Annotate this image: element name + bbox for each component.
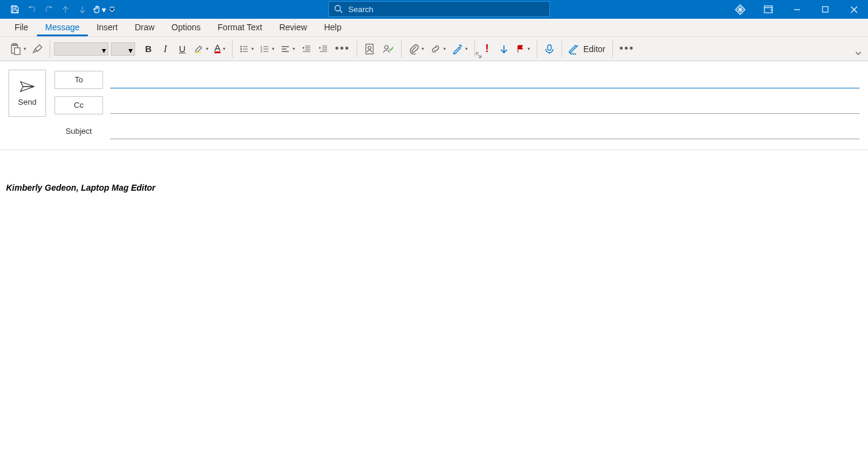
link-icon (430, 44, 441, 54)
flag-icon (515, 44, 525, 54)
more-commands-button[interactable]: ••• (617, 38, 638, 60)
message-body[interactable]: Kimberly Gedeon, Laptop Mag Editor (0, 150, 868, 205)
ribbon-display-icon (764, 5, 773, 14)
coming-soon-button[interactable] (726, 0, 754, 19)
underline-button[interactable]: U (174, 38, 191, 60)
minimize-button[interactable] (783, 0, 811, 19)
bullets-icon (239, 44, 249, 54)
tab-review[interactable]: Review (271, 18, 316, 36)
font-name-selector[interactable]: ▾ (54, 42, 108, 56)
indent-icon (319, 44, 328, 54)
previous-item-button[interactable] (57, 0, 74, 19)
align-button[interactable]: ▾ (277, 38, 298, 60)
dictate-button[interactable] (541, 38, 558, 60)
save-button[interactable] (6, 0, 23, 19)
tab-draw[interactable]: Draw (126, 18, 163, 36)
ribbon-display-button[interactable] (754, 0, 783, 19)
subject-label: Subject (55, 127, 103, 136)
svg-text:3: 3 (260, 50, 262, 53)
ellipsis-icon: ••• (620, 42, 635, 55)
highlighter-icon (194, 44, 204, 54)
chevron-down-icon: ▾ (102, 5, 106, 15)
chevron-bar-down-icon (109, 7, 115, 13)
to-field[interactable] (110, 71, 860, 88)
chevron-down-icon: ▾ (443, 46, 446, 51)
more-formatting-button[interactable]: ••• (332, 38, 353, 60)
svg-rect-8 (195, 52, 201, 53)
italic-button[interactable]: I (157, 38, 174, 60)
increase-indent-button[interactable] (315, 38, 332, 60)
bold-icon: B (145, 44, 152, 54)
signature-button[interactable]: ▾ (449, 38, 471, 60)
pen-icon (452, 44, 463, 54)
subject-field[interactable] (110, 122, 860, 139)
undo-button[interactable] (23, 0, 40, 19)
svg-point-16 (368, 46, 371, 49)
save-icon (10, 5, 19, 14)
chevron-down-icon: ▾ (528, 46, 530, 51)
align-icon (280, 44, 290, 54)
svg-point-17 (385, 45, 388, 49)
editor-label: Editor (583, 44, 606, 54)
bold-button[interactable]: B (140, 38, 157, 60)
follow-up-button[interactable]: ▾ (512, 38, 533, 60)
brush-icon (32, 44, 43, 54)
svg-rect-4 (823, 7, 828, 12)
link-button[interactable]: ▾ (427, 38, 449, 60)
chevron-down-icon: ▾ (206, 46, 208, 51)
svg-rect-3 (764, 6, 772, 13)
tab-file[interactable]: File (6, 18, 37, 36)
numbering-icon: 123 (260, 44, 270, 54)
tab-options[interactable]: Options (163, 18, 209, 36)
svg-rect-1 (12, 10, 17, 13)
redo-button[interactable] (40, 0, 57, 19)
to-button[interactable]: To (55, 71, 103, 89)
attach-file-button[interactable]: ▾ (405, 38, 427, 60)
low-importance-button[interactable] (495, 38, 512, 60)
exclamation-icon: ! (485, 42, 489, 55)
microphone-icon (544, 44, 555, 54)
tab-insert[interactable]: Insert (88, 18, 126, 36)
hand-icon (93, 5, 102, 14)
tab-help[interactable]: Help (316, 18, 350, 36)
numbering-button[interactable]: 123 ▾ (257, 38, 277, 60)
basic-text-launcher[interactable] (475, 51, 483, 59)
highlight-button[interactable]: ▾ (191, 38, 211, 60)
close-button[interactable] (840, 0, 868, 19)
collapse-ribbon-button[interactable] (852, 47, 864, 59)
font-color-button[interactable]: A ▾ (211, 38, 228, 60)
redo-icon (44, 5, 53, 14)
editor-button[interactable]: Editor (566, 38, 609, 60)
paste-button[interactable]: ▾ (6, 38, 29, 60)
next-item-button[interactable] (74, 0, 91, 19)
undo-icon (27, 5, 36, 14)
cc-field[interactable] (110, 97, 860, 114)
tab-message[interactable]: Message (37, 18, 88, 36)
format-painter-button[interactable] (29, 38, 46, 60)
send-label: Send (18, 97, 36, 107)
address-book-icon (364, 43, 376, 55)
maximize-button[interactable] (811, 0, 840, 19)
close-icon (850, 6, 858, 13)
minimize-icon (793, 6, 801, 13)
arrow-down-icon (78, 5, 87, 14)
customize-qat-button[interactable] (108, 0, 116, 19)
address-book-button[interactable] (361, 38, 379, 60)
chevron-down-icon: ▾ (102, 45, 106, 55)
svg-rect-7 (15, 48, 20, 54)
cc-button[interactable]: Cc (55, 96, 103, 114)
font-size-selector[interactable]: ▾ (111, 42, 135, 56)
touch-mouse-mode-button[interactable]: ▾ (91, 0, 108, 19)
svg-rect-0 (12, 6, 16, 8)
chevron-down-icon: ▾ (422, 46, 424, 51)
bullets-button[interactable]: ▾ (236, 38, 257, 60)
search-box[interactable] (328, 1, 550, 17)
tab-format-text[interactable]: Format Text (209, 18, 271, 36)
chevron-down-icon: ▾ (272, 46, 274, 51)
decrease-indent-button[interactable] (298, 38, 315, 60)
send-button[interactable]: Send (8, 70, 46, 117)
check-names-button[interactable] (379, 38, 397, 60)
search-input[interactable] (348, 5, 545, 14)
compose-header: Send To Cc Subject (0, 61, 868, 150)
signature-text: Kimberly Gedeon, Laptop Mag Editor (6, 183, 862, 193)
